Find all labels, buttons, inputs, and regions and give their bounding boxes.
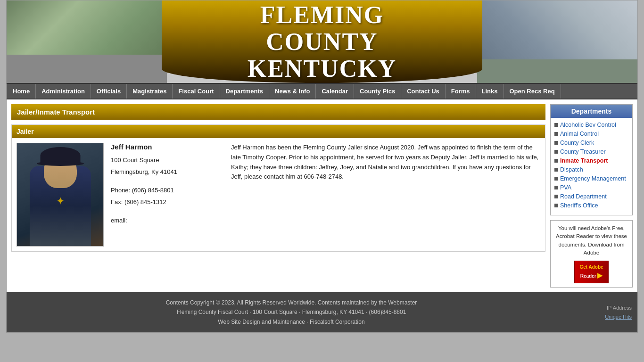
jailer-fax: Fax: (606) 845-1312 (111, 197, 224, 207)
star-badge: ✦ (56, 195, 65, 207)
header-banner: FLEMING COUNTY KENTUCKY (7, 0, 637, 83)
footer: Contents Copyright © 2023, All Rights Re… (7, 292, 637, 332)
sidebar-links-container: Alcoholic Bev Control Animal Control Cou… (551, 118, 632, 215)
departments-section: Departments Alcoholic Bev Control Animal… (550, 104, 633, 215)
jailer-address-1: 100 Court Square (111, 156, 224, 165)
navbar: Home Administration Officials Magistrate… (7, 83, 637, 99)
sidebar-item-sheriffs-office[interactable]: Sheriff's Office (560, 202, 598, 209)
sidebar-item-inmate-transport[interactable]: Inmate Transport (560, 157, 608, 164)
nav-news-info[interactable]: News & Info (269, 84, 316, 99)
jailer-photo: ✦ (17, 143, 104, 247)
footer-center: Contents Copyright © 2023, All Rights Re… (12, 298, 570, 327)
nav-county-pics[interactable]: County Pics (354, 84, 401, 99)
list-item: Road Department (554, 193, 628, 200)
bullet-icon (554, 159, 558, 163)
nav-home[interactable]: Home (7, 84, 36, 99)
list-item: Emergency Management (554, 175, 628, 182)
sidebar-item-county-clerk[interactable]: County Clerk (560, 140, 594, 146)
site-title: FLEMING COUNTY KENTUCKY (248, 1, 396, 82)
sidebar-item-emergency-management[interactable]: Emergency Management (560, 175, 626, 182)
list-item: Alcoholic Bev Control (554, 122, 628, 128)
list-item: Animal Control (554, 131, 628, 137)
footer-right: IP Address Unique Hits (570, 304, 632, 321)
main-content: Jailer/Inmate Transport Jailer ✦ J (7, 99, 637, 292)
jailer-address-2: Flemingsburg, Ky 41041 (111, 167, 224, 177)
sidebar-item-animal-control[interactable]: Animal Control (560, 131, 599, 137)
jailer-bio: Jeff Harmon has been the Fleming County … (231, 143, 540, 182)
sidebar-item-alcoholic-bev-control[interactable]: Alcoholic Bev Control (560, 122, 616, 128)
sidebar-item-road-department[interactable]: Road Department (560, 193, 607, 200)
list-item: PVA (554, 184, 628, 191)
jailer-email-label: email: (111, 216, 224, 225)
list-item: County Treasurer (554, 148, 628, 155)
section-header: Jailer (12, 125, 545, 138)
banner-right-photo (477, 0, 637, 83)
page-title-bar: Jailer/Inmate Transport (11, 104, 545, 120)
unique-hits-link[interactable]: Unique Hits (605, 314, 632, 320)
bullet-icon (554, 168, 558, 172)
nav-departments[interactable]: Departments (220, 84, 269, 99)
content-area: Jailer/Inmate Transport Jailer ✦ J (11, 104, 545, 288)
hat-brim (37, 161, 84, 166)
right-sidebar: Departments Alcoholic Bev Control Animal… (550, 104, 633, 288)
bullet-icon (554, 132, 558, 136)
sidebar-item-county-treasurer[interactable]: County Treasurer (560, 148, 606, 155)
list-item: County Clerk (554, 140, 628, 146)
sidebar-header: Departments (551, 105, 632, 118)
footer-line3: Web Site Design and Maintenance · Fiscal… (12, 317, 570, 327)
nav-officials[interactable]: Officials (91, 84, 127, 99)
jailer-bio-text: Jeff Harmon has been the Fleming County … (231, 143, 540, 182)
bullet-icon (554, 123, 558, 127)
jailer-phone: Phone: (606) 845-8801 (111, 186, 224, 195)
bullet-icon (554, 141, 558, 145)
adobe-box: You will need Adobe's Free, Acrobat Read… (550, 220, 633, 288)
list-item: Inmate Transport (554, 157, 628, 164)
page-title: Jailer/Inmate Transport (17, 108, 95, 116)
nav-calendar[interactable]: Calendar (316, 84, 354, 99)
page-wrapper: FLEMING COUNTY KENTUCKY Home Administrat… (6, 0, 638, 333)
nav-magistrates[interactable]: Magistrates (127, 84, 173, 99)
adobe-download-button[interactable]: Get Adobe Reader ▶ (574, 261, 608, 283)
section-body: ✦ Jeff Harmon 100 Court Square Flemingsb… (12, 138, 545, 251)
sidebar-item-dispatch[interactable]: Dispatch (560, 166, 583, 173)
ip-address-label: IP Address (570, 304, 632, 313)
adobe-reader-label: Reader (580, 273, 596, 279)
list-item: Sheriff's Office (554, 202, 628, 209)
nav-fiscal-court[interactable]: Fiscal Court (173, 84, 220, 99)
jailer-name: Jeff Harmon (111, 143, 224, 151)
banner-center: FLEMING COUNTY KENTUCKY (162, 0, 482, 83)
jailer-section: Jailer ✦ Jeff Harmon 100 Court Square Fl… (11, 124, 545, 252)
bullet-icon (554, 195, 558, 198)
nav-forms[interactable]: Forms (446, 84, 476, 99)
nav-administration[interactable]: Administration (36, 84, 91, 99)
bullet-icon (554, 204, 558, 207)
adobe-get-label: Get Adobe (579, 264, 603, 270)
bullet-icon (554, 186, 558, 189)
bullet-icon (554, 150, 558, 154)
footer-line1: Contents Copyright © 2023, All Rights Re… (12, 298, 570, 307)
list-item: Dispatch (554, 166, 628, 173)
nav-open-recs-req[interactable]: Open Recs Req (504, 84, 561, 99)
bullet-icon (554, 177, 558, 181)
sidebar-item-pva[interactable]: PVA (560, 184, 571, 191)
nav-links[interactable]: Links (476, 84, 504, 99)
footer-line2: Fleming County Fiscal Court · 100 Court … (12, 307, 570, 317)
nav-contact-us[interactable]: Contact Us (401, 84, 446, 99)
adobe-text: You will need Adobe's Free, Acrobat Read… (556, 225, 627, 255)
jailer-info: Jeff Harmon 100 Court Square Flemingsbur… (111, 143, 224, 228)
adobe-arrow-icon: ▶ (597, 272, 603, 279)
banner-left-photo (7, 0, 167, 83)
